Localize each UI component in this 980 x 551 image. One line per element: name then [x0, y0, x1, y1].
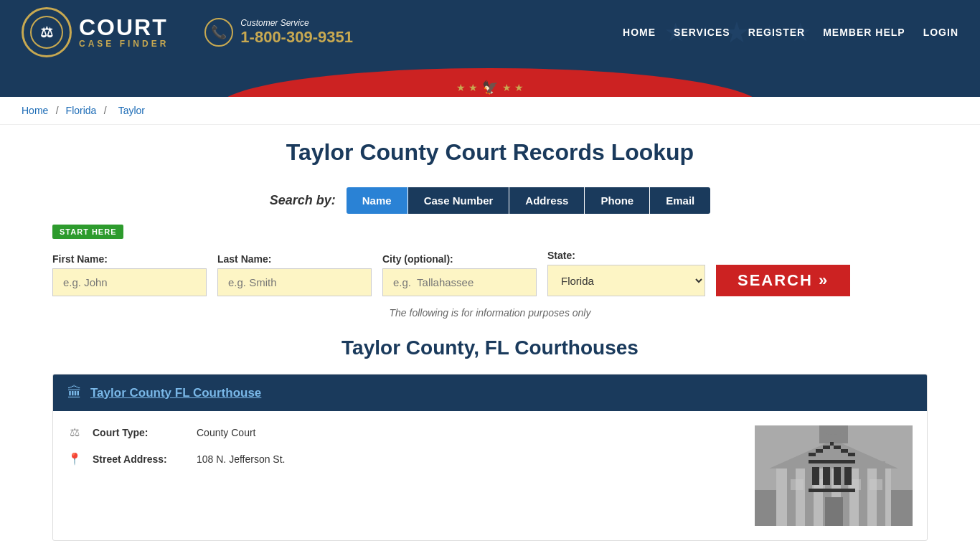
search-section: Search by: Name Case Number Address Phon… [52, 187, 928, 319]
header-phone: 📞 Customer Service 1-800-309-9351 [204, 18, 353, 47]
eagle-overlay: ★ ★ 🦅 ★ ★ [456, 80, 524, 95]
svg-rect-20 [870, 479, 882, 490]
arc-section: ★ ★ 🦅 ★ ★ [0, 65, 980, 97]
svg-rect-17 [791, 479, 804, 490]
state-select[interactable]: Florida [547, 265, 705, 296]
start-here-badge: START HERE [52, 225, 123, 239]
header: ★ ★ ★ ★ ★ ★ ⚖ COURT CASE FINDER [0, 0, 980, 65]
logo[interactable]: ⚖ COURT CASE FINDER [22, 7, 169, 57]
header-left: ⚖ COURT CASE FINDER 📞 Customer Service 1… [22, 7, 353, 57]
address-icon: 📍 [67, 452, 82, 466]
city-group: City (optional): [382, 253, 537, 296]
last-name-input[interactable] [217, 268, 372, 296]
breadcrumb-county: Taylor [118, 105, 145, 116]
nav-login[interactable]: LOGIN [923, 27, 958, 38]
street-address-label: Street Address: [93, 453, 186, 465]
svg-rect-19 [848, 479, 861, 490]
breadcrumb-home[interactable]: Home [22, 105, 48, 116]
search-by-row: Search by: Name Case Number Address Phon… [52, 187, 928, 214]
stars-left: ★ ★ [456, 82, 478, 93]
first-name-input[interactable] [52, 268, 207, 296]
city-label: City (optional): [382, 253, 537, 265]
courthouse-body: ⚖ Court Type: County Court 📍 Street Addr… [53, 411, 927, 540]
street-address-value: 108 N. Jefferson St. [197, 453, 285, 465]
street-address-row: 📍 Street Address: 108 N. Jefferson St. [67, 452, 285, 466]
breadcrumb-sep1: / [56, 105, 62, 116]
first-name-label: First Name: [52, 253, 207, 265]
svg-rect-7 [805, 461, 814, 526]
logo-emblem: ⚖ [22, 7, 72, 57]
logo-svg: ⚖ [29, 14, 65, 50]
breadcrumb: Home / Florida / Taylor [0, 97, 980, 125]
court-type-value: County Court [197, 427, 255, 438]
svg-rect-6 [787, 461, 796, 526]
svg-rect-10 [859, 461, 867, 526]
stars-right: ★ ★ [502, 82, 524, 93]
search-button[interactable]: SEARCH » [716, 265, 850, 296]
svg-rect-11 [877, 461, 885, 526]
nav-home[interactable]: HOME [623, 27, 656, 38]
tab-case-number[interactable]: Case Number [408, 187, 510, 214]
courthouse-image [755, 425, 913, 526]
courthouse-name-link[interactable]: Taylor County FL Courthouse [90, 386, 261, 400]
info-note: The following is for information purpose… [52, 307, 928, 319]
city-input[interactable] [382, 268, 537, 296]
tab-email[interactable]: Email [650, 187, 710, 214]
customer-service-label: Customer Service [240, 18, 353, 28]
phone-text: Customer Service 1-800-309-9351 [240, 18, 353, 47]
courthouse-header: 🏛 Taylor County FL Courthouse [53, 375, 927, 411]
eagle-symbol: 🦅 [482, 80, 498, 95]
courthouse-info: ⚖ Court Type: County Court 📍 Street Addr… [67, 425, 285, 466]
courthouse-card: 🏛 Taylor County FL Courthouse ⚖ Court Ty… [52, 374, 928, 541]
tab-name[interactable]: Name [347, 187, 408, 214]
header-wrapper: ★ ★ ★ ★ ★ ★ ⚖ COURT CASE FINDER [0, 0, 980, 97]
logo-case-finder-label: CASE FINDER [79, 39, 169, 49]
svg-rect-18 [812, 479, 825, 490]
tab-address[interactable]: Address [509, 187, 585, 214]
nav-register[interactable]: REGISTER [748, 27, 806, 38]
svg-text:⚖: ⚖ [40, 24, 53, 40]
page-title: Taylor County Court Records Lookup [52, 139, 928, 166]
main-content: Taylor County Court Records Lookup Searc… [24, 125, 956, 551]
nav-member-help[interactable]: MEMBER HELP [823, 27, 905, 38]
tab-phone[interactable]: Phone [585, 187, 650, 214]
svg-rect-16 [825, 497, 843, 526]
court-type-icon: ⚖ [67, 425, 82, 439]
first-name-group: First Name: [52, 253, 207, 296]
last-name-label: Last Name: [217, 253, 372, 265]
breadcrumb-state[interactable]: Florida [66, 105, 97, 116]
state-label: State: [547, 250, 705, 261]
courthouses-title: Taylor County, FL Courthouses [52, 336, 928, 359]
state-group: State: Florida [547, 250, 705, 296]
nav-services[interactable]: SERVICES [674, 27, 730, 38]
last-name-group: Last Name: [217, 253, 372, 296]
breadcrumb-sep2: / [104, 105, 110, 116]
logo-text: COURT CASE FINDER [79, 16, 169, 49]
court-type-label: Court Type: [93, 427, 186, 438]
phone-number: 1-800-309-9351 [240, 28, 353, 47]
search-by-label: Search by: [270, 193, 336, 208]
logo-court-label: COURT [79, 16, 169, 39]
phone-icon: 📞 [204, 18, 233, 47]
court-type-row: ⚖ Court Type: County Court [67, 425, 285, 439]
main-nav: HOME SERVICES REGISTER MEMBER HELP LOGIN [623, 27, 958, 38]
courthouse-img-svg [755, 425, 913, 526]
search-form-row: First Name: Last Name: City (optional): … [52, 250, 928, 296]
courthouse-icon: 🏛 [67, 385, 82, 401]
